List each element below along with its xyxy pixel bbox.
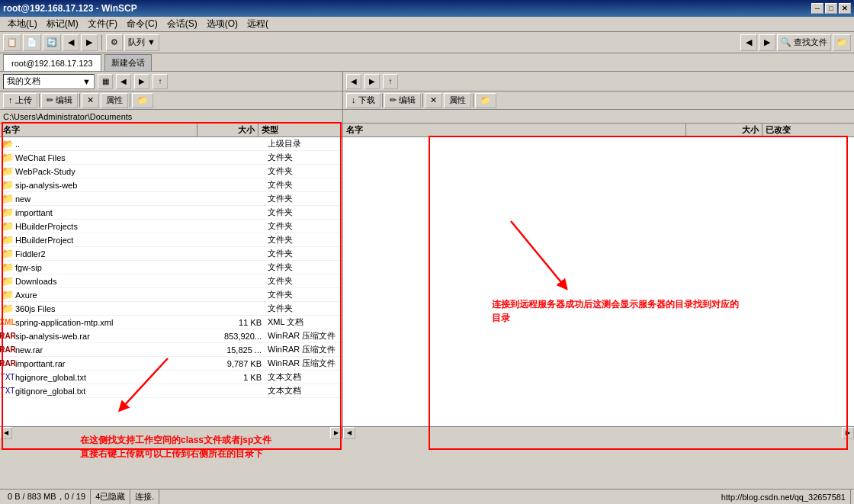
local-file-row[interactable]: TXT hgignore_global.txt 1 KB 文本文档 [0,371,342,384]
file-size: 11 KB [211,318,265,327]
local-file-row[interactable]: 📁 360js Files 文件夹 [0,302,342,316]
menu-options[interactable]: 选项(O) [202,16,242,32]
local-h-scroll[interactable]: ◀ ▶ [0,426,342,438]
local-col-size[interactable]: 大小 [197,124,258,136]
file-type: 文件夹 [265,152,341,163]
toolbar-btn-2[interactable]: 📄 [23,34,41,51]
toolbar-remote-btn1[interactable]: ◀ [740,34,757,51]
delete-btn[interactable]: ✕ [82,93,99,108]
toolbar-btn-3[interactable]: ◀ [63,34,79,51]
local-file-row[interactable]: RAR sip-analysis-web.rar 853,920... WinR… [0,329,342,343]
local-nav-forward[interactable]: ▶ [134,74,149,89]
remote-nav-forward[interactable]: ▶ [364,74,380,89]
remote-nav-up[interactable]: ↑ [383,74,398,89]
local-file-row[interactable]: TXT gitignore_global.txt 文本文档 [0,384,342,398]
file-icon: RAR [2,344,14,356]
menu-session[interactable]: 会话(S) [162,16,202,32]
remote-col-size[interactable]: 大小 [686,124,762,136]
menu-mark[interactable]: 标记(M) [42,16,83,32]
menu-local[interactable]: 本地(L) [3,16,42,32]
remote-download-btn[interactable]: ↓ 下载 [346,93,380,108]
local-path-bar: 我的文档 ▼ ▦ ◀ ▶ ↑ [0,72,343,91]
file-type: 上级目录 [265,138,341,149]
local-file-row[interactable]: XML spring-application-mtp.xml 11 KB XML… [0,316,342,329]
remote-action-bar: ↓ 下载 ✏ 编辑 ✕ 属性 📁 [343,91,854,110]
close-button[interactable]: ✕ [839,3,851,14]
remote-scroll-left[interactable]: ◀ [343,427,355,439]
local-nav-up[interactable]: ↑ [152,74,168,89]
file-type: 文件夹 [265,303,341,314]
upload-btn[interactable]: ↑ 上传 [3,93,37,108]
local-file-row[interactable]: 📁 fgw-sip 文件夹 [0,261,342,274]
local-file-row[interactable]: 📁 sip-analysis-web 文件夹 [0,178,342,192]
file-name: 360js Files [15,304,211,313]
local-scroll-track[interactable] [12,427,330,438]
local-file-row[interactable]: RAR new.rar 15,825 ... WinRAR 压缩文件 [0,343,342,357]
toolbar-btn-1[interactable]: 📋 [3,34,21,51]
file-name: sip-analysis-web [15,181,211,190]
toolbar-sync[interactable]: 🔄 [43,34,61,51]
remote-props-btn[interactable]: 属性 [444,93,471,108]
toolbar-settings[interactable]: ⚙ [106,34,123,51]
remote-scroll-right[interactable]: ▶ [842,427,854,439]
file-name: Downloads [15,277,211,286]
local-file-row[interactable]: 📁 importtant 文件夹 [0,206,342,220]
local-file-row[interactable]: 📁 Fiddler2 文件夹 [0,247,342,261]
local-file-row[interactable]: 📂 .. 上级目录 [0,137,342,151]
remote-edit-btn[interactable]: ✏ 编辑 [384,93,421,108]
local-file-row[interactable]: 📁 WeChat Files 文件夹 [0,151,342,165]
remote-nav-back[interactable]: ◀ [346,74,361,89]
file-type: 文件夹 [265,248,341,259]
menu-command[interactable]: 命令(C) [122,16,162,32]
newfolder-btn[interactable]: 📁 [132,93,153,108]
menu-remote[interactable]: 远程( [242,16,273,32]
session-tab-label: root@192.168.17.123 [11,59,93,68]
remote-delete-btn[interactable]: ✕ [425,93,442,108]
remote-col-changed[interactable]: 已改变 [762,124,854,136]
local-file-row[interactable]: 📁 new 文件夹 [0,192,342,206]
local-file-row[interactable]: 📁 Downloads 文件夹 [0,274,342,288]
local-path-dropdown[interactable]: 我的文档 ▼ [3,74,95,89]
local-file-row[interactable]: RAR importtant.rar 9,787 KB WinRAR 压缩文件 [0,357,342,371]
toolbar-remote-btn2[interactable]: ▶ [759,34,775,51]
props-btn[interactable]: 属性 [101,93,128,108]
local-col-type[interactable]: 类型 [258,124,342,136]
toolbar-queue[interactable]: 队列 ▼ [124,34,159,51]
local-scroll-left[interactable]: ◀ [0,427,12,439]
local-nav-back[interactable]: ◀ [116,74,131,89]
local-file-list[interactable]: 📂 .. 上级目录 📁 WeChat Files 文件夹 📁 WebPack-S… [0,137,342,426]
menu-file[interactable]: 文件(F) [83,16,122,32]
toolbar-search[interactable]: 🔍 查找文件 [777,34,831,51]
file-name: hgignore_global.txt [15,373,211,382]
minimize-button[interactable]: ─ [811,3,824,14]
local-scroll-right[interactable]: ▶ [330,427,342,439]
local-nav-filter[interactable]: ▦ [98,74,113,89]
file-icon: 📂 [2,138,14,150]
file-name: new [15,194,211,204]
remote-scroll-track[interactable] [355,427,842,438]
local-col-name[interactable]: 名字 [0,124,197,136]
local-file-row[interactable]: 📁 HBuilderProjects 文件夹 [0,220,342,233]
session-tab-active[interactable]: root@192.168.17.123 [3,54,101,71]
local-file-row[interactable]: 📁 HBuilderProject 文件夹 [0,233,342,247]
remote-col-name[interactable]: 名字 [343,124,686,136]
file-icon: 📁 [2,275,14,287]
remote-h-scroll[interactable]: ◀ ▶ [343,426,854,438]
remote-newfolder-btn[interactable]: 📁 [475,93,496,108]
file-icon: 📁 [2,165,14,178]
window-title: root@192.168.17.123 - WinSCP [3,3,137,14]
file-type: 文件夹 [265,207,341,218]
file-name: spring-application-mtp.xml [15,318,211,327]
maximize-button[interactable]: □ [825,3,837,14]
file-type: WinRAR 压缩文件 [265,358,341,369]
local-file-row[interactable]: 📁 WebPack-Study 文件夹 [0,165,342,178]
toolbar-remote-btn3[interactable]: 📁 [833,34,851,51]
local-col-headers: 名字 大小 类型 [0,124,343,136]
status-connecting-text: 连接. [135,491,154,502]
path-bars: 我的文档 ▼ ▦ ◀ ▶ ↑ ◀ ▶ ↑ [0,72,854,91]
new-session-tab[interactable]: 新建会话 [104,54,152,71]
file-name: WeChat Files [15,153,211,162]
edit-btn[interactable]: ✏ 编辑 [41,93,78,108]
local-file-row[interactable]: 📁 Axure 文件夹 [0,288,342,302]
toolbar-btn-4[interactable]: ▶ [81,34,98,51]
